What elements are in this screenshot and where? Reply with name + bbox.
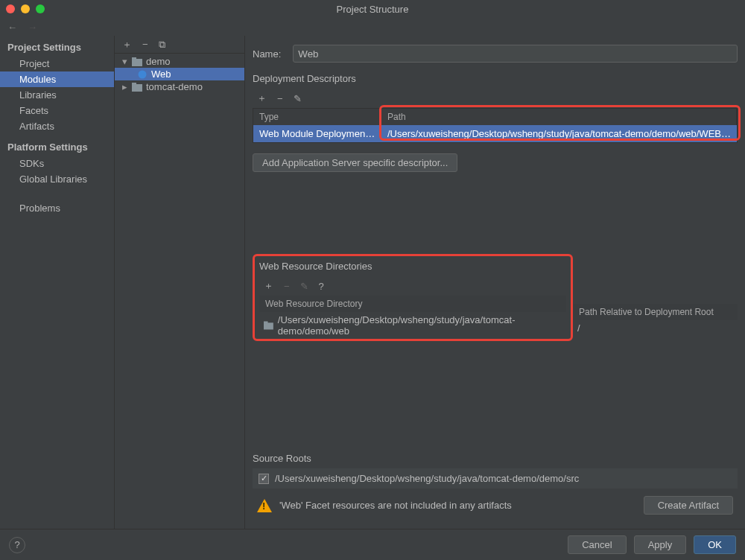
create-artifact-button[interactable]: Create Artifact [644, 496, 733, 515]
tree-label: tomcat-demo [146, 81, 203, 92]
remove-icon[interactable]: − [277, 93, 283, 104]
warning-text: 'Web' Facet resources are not included i… [279, 500, 512, 511]
source-root-row[interactable]: ✓ /Users/xuweisheng/Desktop/wsheng/study… [253, 468, 738, 489]
tree-item-demo[interactable]: ▾ demo [115, 55, 244, 68]
window-title: Project Structure [0, 4, 745, 15]
warning-row: 'Web' Facet resources are not included i… [253, 489, 738, 518]
cell-type: Web Module Deployment Des... [253, 125, 381, 142]
svg-rect-4 [132, 83, 136, 85]
module-icon [132, 83, 142, 92]
name-label: Name: [253, 48, 281, 60]
web-resource-header: Web Resource Directories [259, 261, 566, 272]
edit-icon[interactable]: ✎ [294, 93, 302, 104]
web-icon [137, 70, 148, 79]
sidebar-item-libraries[interactable]: Libraries [0, 87, 114, 103]
back-arrow-icon[interactable]: ← [7, 22, 17, 33]
settings-sidebar: Project Settings Project Modules Librari… [0, 36, 115, 529]
tree-label: Web [151, 69, 171, 80]
table-header: Type Path [253, 109, 737, 125]
tree-toolbar: ＋ − ⧉ [115, 36, 244, 54]
sidebar-item-modules[interactable]: Modules [0, 71, 114, 87]
nav-toolbar: ← → [0, 18, 745, 36]
source-roots-section: Source Roots ✓ /Users/xuweisheng/Desktop… [253, 453, 738, 489]
help-icon[interactable]: ? [9, 537, 25, 553]
apply-button[interactable]: Apply [634, 535, 687, 554]
descriptor-toolbar: ＋ − ✎ [253, 89, 738, 108]
project-settings-header: Project Settings [0, 39, 114, 56]
wrd-row[interactable]: /Users/xuweisheng/Desktop/wsheng/study/j… [259, 312, 566, 339]
add-icon[interactable]: ＋ [122, 38, 132, 51]
svg-rect-5 [264, 322, 273, 329]
wrd-right-column: Path Relative to Deployment Root / [573, 304, 738, 336]
warning-icon [257, 499, 272, 512]
sidebar-item-global-libraries[interactable]: Global Libraries [0, 171, 114, 187]
wrd-path: /Users/xuweisheng/Desktop/wsheng/study/j… [278, 314, 562, 337]
col-path: Path [381, 109, 737, 125]
add-app-server-descriptor-button[interactable]: Add Application Server specific descript… [253, 153, 457, 172]
sidebar-item-project[interactable]: Project [0, 56, 114, 71]
tree-item-web[interactable]: Web [115, 68, 244, 80]
cancel-button[interactable]: Cancel [568, 535, 626, 554]
remove-icon[interactable]: − [142, 39, 148, 50]
checkbox-icon[interactable]: ✓ [259, 474, 269, 484]
wrd-toolbar: ＋ − ✎ ? [259, 276, 566, 296]
col-type: Type [253, 109, 381, 125]
add-icon[interactable]: ＋ [257, 92, 267, 105]
tree-label: demo [146, 56, 171, 67]
remove-icon: − [284, 281, 290, 292]
folder-icon [264, 321, 273, 330]
name-input[interactable] [293, 45, 738, 63]
help-icon[interactable]: ? [319, 281, 324, 292]
svg-rect-1 [132, 57, 136, 60]
wrd-rel-path[interactable]: / [573, 320, 738, 336]
col-path-relative: Path Relative to Deployment Root [573, 304, 738, 320]
descriptor-table: Type Path Web Module Deployment Des... /… [253, 108, 738, 143]
platform-settings-header: Platform Settings [0, 139, 114, 156]
forward-arrow-icon: → [28, 22, 37, 33]
module-icon [132, 57, 142, 66]
ok-button[interactable]: OK [694, 535, 736, 554]
titlebar: Project Structure [0, 0, 745, 18]
module-tree: ▾ demo Web ▸ tomcat-demo [115, 54, 244, 529]
source-roots-header: Source Roots [253, 453, 738, 464]
source-root-path: /Users/xuweisheng/Desktop/wsheng/study/j… [275, 473, 579, 484]
table-row[interactable]: Web Module Deployment Des... /Users/xuwe… [253, 125, 737, 142]
facet-config-panel: Name: Deployment Descriptors ＋ − ✎ Type … [245, 36, 745, 529]
svg-point-2 [139, 70, 147, 78]
sidebar-item-problems[interactable]: Problems [0, 200, 114, 216]
highlight-annotation: Web Resource Directories ＋ − ✎ ? Web Res… [253, 254, 573, 341]
copy-icon[interactable]: ⧉ [159, 39, 165, 51]
cell-path: /Users/xuweisheng/Desktop/wsheng/study/j… [381, 125, 737, 142]
tree-item-tomcat-demo[interactable]: ▸ tomcat-demo [115, 80, 244, 93]
svg-rect-3 [132, 84, 142, 92]
add-icon[interactable]: ＋ [264, 279, 273, 293]
sidebar-item-sdks[interactable]: SDKs [0, 156, 114, 171]
expand-icon[interactable]: ▸ [122, 81, 128, 92]
svg-rect-6 [264, 321, 268, 323]
module-tree-panel: ＋ − ⧉ ▾ demo Web ▸ tomcat-demo [115, 36, 245, 529]
expand-icon[interactable]: ▾ [122, 56, 128, 67]
deployment-descriptors-header: Deployment Descriptors [253, 73, 738, 84]
sidebar-item-facets[interactable]: Facets [0, 103, 114, 118]
dialog-footer: ? Cancel Apply OK [0, 529, 745, 560]
svg-rect-0 [132, 59, 142, 66]
col-web-resource-dir: Web Resource Directory [259, 296, 566, 312]
web-resource-section: Web Resource Directories ＋ − ✎ ? Web Res… [253, 254, 738, 341]
main-content: Project Settings Project Modules Librari… [0, 36, 745, 529]
name-row: Name: [253, 45, 738, 63]
sidebar-item-artifacts[interactable]: Artifacts [0, 118, 114, 134]
edit-icon: ✎ [300, 281, 308, 292]
